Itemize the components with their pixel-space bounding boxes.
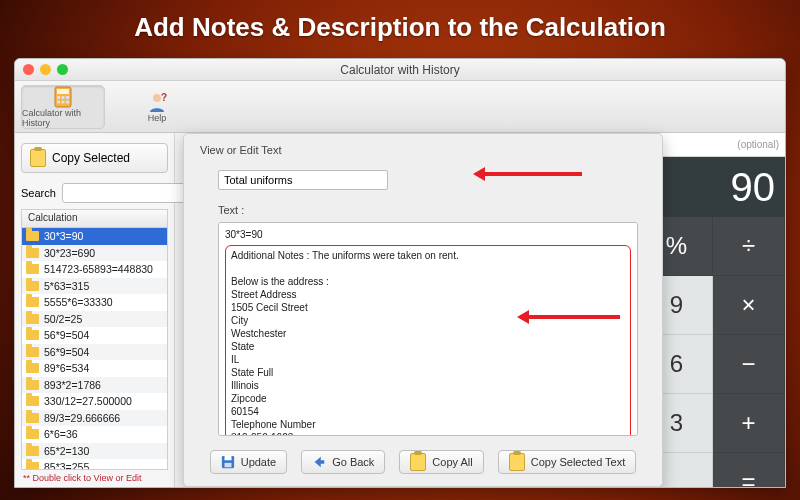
svg-rect-11 xyxy=(224,456,231,460)
app-window: Calculator with History Calculator with … xyxy=(14,58,786,488)
maximize-icon[interactable] xyxy=(57,64,68,75)
note-line: Illinois xyxy=(231,379,625,392)
toolbar-item-calculator[interactable]: Calculator with History xyxy=(21,85,105,129)
history-row[interactable]: 89*6=534 xyxy=(22,360,167,377)
history-list[interactable]: 30*3=9030*23=690514723-65893=4488305*63=… xyxy=(21,227,168,470)
folder-icon xyxy=(26,297,39,307)
folder-icon xyxy=(26,248,39,258)
text-label: Text : xyxy=(218,204,646,216)
history-row[interactable]: 65*2=130 xyxy=(22,443,167,460)
toolbar-item-label: Help xyxy=(148,113,167,123)
note-line: Telephone Number xyxy=(231,418,625,431)
note-line: Street Address xyxy=(231,288,625,301)
history-row-text: 30*23=690 xyxy=(44,247,95,259)
copy-selected-label: Copy Selected xyxy=(52,151,130,165)
toolbar-item-help[interactable]: ? Help xyxy=(115,85,199,129)
annotation-arrow-icon xyxy=(476,172,582,176)
calc-key-÷[interactable]: ÷ xyxy=(713,217,785,276)
history-row-text: 5*63=315 xyxy=(44,280,89,292)
history-row[interactable]: 514723-65893=448830 xyxy=(22,261,167,278)
history-row[interactable]: 30*3=90 xyxy=(22,228,167,245)
clipboard-icon xyxy=(410,453,426,471)
clipboard-icon xyxy=(509,453,525,471)
update-label: Update xyxy=(241,456,276,468)
history-row-text: 56*9=504 xyxy=(44,329,89,341)
copy-selected-text-button[interactable]: Copy Selected Text xyxy=(498,450,637,474)
arrow-left-icon xyxy=(312,455,326,469)
history-row[interactable]: 50/2=25 xyxy=(22,311,167,328)
history-row[interactable]: 330/12=27.500000 xyxy=(22,393,167,410)
note-line: Additional Notes : The uniforms were tak… xyxy=(231,249,625,262)
history-row[interactable]: 5555*6=33330 xyxy=(22,294,167,311)
note-first-line: 30*3=90 xyxy=(225,228,631,241)
folder-icon xyxy=(26,396,39,406)
copy-selected-button[interactable]: Copy Selected xyxy=(21,143,168,173)
minimize-icon[interactable] xyxy=(40,64,51,75)
svg-rect-12 xyxy=(224,463,231,467)
history-row-text: 514723-65893=448830 xyxy=(44,263,153,275)
note-line: State Full xyxy=(231,366,625,379)
window-titlebar: Calculator with History xyxy=(15,59,785,81)
history-row-text: 89*6=534 xyxy=(44,362,89,374)
note-line: IL xyxy=(231,353,625,366)
edit-text-modal: View or Edit Text Text : 30*3=90 Additio… xyxy=(183,133,663,487)
calc-key-+[interactable]: + xyxy=(713,394,785,453)
highlighted-notes: Additional Notes : The uniforms were tak… xyxy=(225,245,631,436)
history-row[interactable]: 6*6=36 xyxy=(22,426,167,443)
note-line: 60154 xyxy=(231,405,625,418)
svg-rect-6 xyxy=(62,101,65,104)
close-icon[interactable] xyxy=(23,64,34,75)
folder-icon xyxy=(26,413,39,423)
history-row-text: 56*9=504 xyxy=(44,346,89,358)
list-hint: Double click to View or Edit xyxy=(21,470,168,487)
copy-selected-text-label: Copy Selected Text xyxy=(531,456,626,468)
history-row[interactable]: 85*3=255 xyxy=(22,459,167,470)
history-row[interactable]: 56*9=504 xyxy=(22,327,167,344)
note-line: 1505 Cecil Street xyxy=(231,301,625,314)
folder-icon xyxy=(26,281,39,291)
note-line: 312-250-1623 xyxy=(231,431,625,436)
calc-key-×[interactable]: × xyxy=(713,276,785,335)
history-row[interactable]: 30*23=690 xyxy=(22,245,167,262)
go-back-button[interactable]: Go Back xyxy=(301,450,385,474)
note-title-input[interactable] xyxy=(218,170,388,190)
modal-heading: View or Edit Text xyxy=(200,144,646,156)
folder-icon xyxy=(26,380,39,390)
history-panel: Copy Selected Search Calculation 30*3=90… xyxy=(15,133,175,487)
toolbar: Calculator with History ? Help xyxy=(15,81,785,133)
history-row[interactable]: 56*9=504 xyxy=(22,344,167,361)
save-icon xyxy=(221,455,235,469)
history-row-text: 89/3=29.666666 xyxy=(44,412,120,424)
note-line: Zipcode xyxy=(231,392,625,405)
history-row[interactable]: 5*63=315 xyxy=(22,278,167,295)
calc-key-=[interactable]: = xyxy=(713,453,785,488)
traffic-lights[interactable] xyxy=(23,64,68,75)
history-row-text: 50/2=25 xyxy=(44,313,82,325)
window-title: Calculator with History xyxy=(340,63,459,77)
note-textarea[interactable]: 30*3=90 Additional Notes : The uniforms … xyxy=(218,222,638,436)
history-row[interactable]: 89/3=29.666666 xyxy=(22,410,167,427)
history-row[interactable]: 893*2=1786 xyxy=(22,377,167,394)
svg-rect-5 xyxy=(57,101,60,104)
promo-banner: Add Notes & Description to the Calculati… xyxy=(0,0,800,53)
copy-all-button[interactable]: Copy All xyxy=(399,450,483,474)
note-line: State xyxy=(231,340,625,353)
update-button[interactable]: Update xyxy=(210,450,287,474)
go-back-label: Go Back xyxy=(332,456,374,468)
note-line: Westchester xyxy=(231,327,625,340)
svg-rect-1 xyxy=(57,89,69,94)
folder-icon xyxy=(26,264,39,274)
history-row-text: 5555*6=33330 xyxy=(44,296,113,308)
calc-key-−[interactable]: − xyxy=(713,335,785,394)
copy-all-label: Copy All xyxy=(432,456,472,468)
svg-rect-3 xyxy=(62,96,65,99)
folder-icon xyxy=(26,347,39,357)
history-row-text: 6*6=36 xyxy=(44,428,78,440)
svg-rect-4 xyxy=(66,96,69,99)
search-label: Search xyxy=(21,187,56,199)
modal-button-row: Update Go Back Copy All Copy Selected Te… xyxy=(200,450,646,474)
svg-rect-7 xyxy=(66,101,69,104)
optional-hint: (optional) xyxy=(737,139,779,150)
folder-icon xyxy=(26,429,39,439)
toolbar-item-label: Calculator with History xyxy=(22,108,104,128)
